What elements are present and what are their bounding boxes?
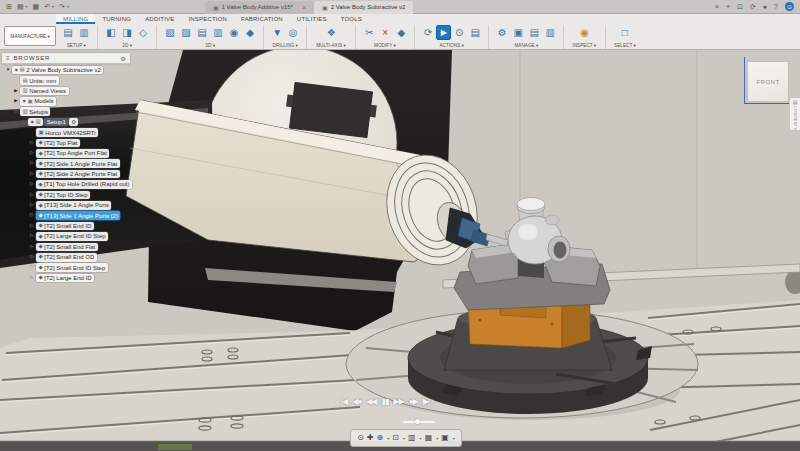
play-backward-button[interactable]: ◀◀ — [366, 398, 376, 406]
zoom-icon[interactable]: ⊕ — [377, 434, 384, 442]
comments-tab[interactable]: ▤ COMMENTS — [789, 97, 800, 131]
visibility-eye-icon[interactable]: ◉ — [23, 99, 27, 103]
pocket-clearing-icon[interactable]: ▨ — [178, 25, 194, 40]
tab-inspection[interactable]: INSPECTION — [181, 14, 234, 24]
expand-arrow[interactable]: ▶ — [29, 141, 35, 146]
expand-arrow[interactable]: ▶ — [29, 203, 35, 208]
notifications-icon[interactable]: ● — [763, 3, 767, 10]
save-icon[interactable]: ▦ — [33, 3, 40, 10]
viewcube[interactable]: FRONT — [747, 61, 789, 102]
tab-tools[interactable]: TOOLS — [334, 14, 369, 24]
group-label[interactable]: 3D ▾ — [205, 43, 215, 48]
delete-toolpath-icon[interactable]: × — [377, 25, 393, 40]
tree-item[interactable]: ◆[T2] Side 2 Angle Ports Flat — [36, 170, 120, 179]
edit-tool-icon[interactable]: ◆ — [393, 25, 409, 40]
probe-icon[interactable]: ◉ — [577, 25, 593, 40]
application-menu-icon[interactable]: ⊞ — [6, 3, 12, 10]
simulation-scrubber[interactable] — [403, 421, 435, 423]
browser-row-16[interactable]: ▷◆[T2] Large End ID Step — [29, 231, 132, 241]
tree-item[interactable]: ◆[T13] Side 1 Angle Ports — [36, 201, 111, 210]
browser-row-14[interactable]: ▶◆[T13] Side 1 Angle Ports (2) — [29, 210, 132, 220]
browser-row-19[interactable]: ▷◆[T2] Small End ID Step — [29, 262, 132, 272]
post-library-icon[interactable]: ▤ — [526, 25, 542, 40]
drill-icon[interactable]: ▼ — [269, 25, 285, 40]
expand-arrow[interactable]: ▷ — [29, 255, 35, 260]
setup-sheet-icon[interactable]: ▤ — [467, 25, 483, 40]
expand-arrow[interactable]: ▶ — [13, 89, 19, 94]
extensions-icon[interactable]: ⊡ — [737, 3, 743, 10]
new-tab-button[interactable]: + — [726, 3, 730, 10]
fit-icon-caret[interactable]: ▾ — [403, 436, 405, 441]
workspace-switcher[interactable]: MANUFACTURE ▾ — [4, 26, 56, 46]
previous-operation-button[interactable]: ◀● — [352, 398, 361, 406]
tab-utilities[interactable]: UTILITIES — [290, 14, 334, 24]
selected-operation[interactable]: ◆[T13] Side 1 Angle Ports (2) — [36, 211, 120, 220]
tree-item[interactable]: ▥Setups — [20, 107, 50, 116]
group-label[interactable]: DRILLING ▾ — [273, 43, 298, 48]
2d-pocket-icon[interactable]: ◨ — [119, 25, 135, 40]
group-label[interactable]: ACTIONS ▾ — [440, 43, 464, 48]
browser-row-15[interactable]: ▶◆[T2] Small End ID — [29, 221, 132, 231]
document-tab-1[interactable]: ▣1 Valve Body Additive v15*× — [205, 1, 314, 14]
scallop-icon[interactable]: ◉ — [226, 25, 242, 40]
browser-row-2[interactable]: ▶▥Named Views — [13, 86, 132, 96]
new-folder-icon[interactable]: ▥ — [76, 25, 92, 40]
close-tab-icon[interactable]: × — [302, 4, 306, 11]
undo-icon-caret[interactable]: ▾ — [52, 4, 54, 9]
steep-and-shallow-icon[interactable]: ▤ — [194, 25, 210, 40]
tree-item[interactable]: ◆[T2] Top ID Step — [36, 191, 90, 200]
tree-item[interactable]: ▤Units: mm — [20, 76, 59, 85]
job-status-icon[interactable]: ⟳ — [750, 3, 756, 10]
fit-icon[interactable]: ⊡ — [392, 434, 399, 442]
profile-avatar[interactable]: ☺ — [785, 2, 794, 11]
zoom-icon-caret[interactable]: ▾ — [387, 436, 389, 441]
trim-icon[interactable]: ✂ — [361, 25, 377, 40]
help-icon[interactable]: ? — [774, 3, 778, 10]
grid-snaps-icon[interactable]: ▦ — [425, 434, 433, 442]
group-label[interactable]: SELECT ▾ — [614, 43, 636, 48]
play-forward-button[interactable]: ▶▶ — [393, 398, 403, 406]
tab-milling[interactable]: MILLING — [56, 14, 95, 24]
close-tab-icon[interactable]: × — [715, 3, 719, 10]
browser-row-6[interactable]: ▣Hurco VMX42SRTi — [29, 127, 132, 137]
browser-row-20[interactable]: ▷◆[T2] Large End ID — [29, 273, 132, 283]
browser-row-10[interactable]: ▶◆[T2] Side 2 Angle Ports Flat — [29, 169, 132, 179]
tool-library-icon[interactable]: ⚙ — [494, 25, 510, 40]
generate-toolpath-icon[interactable]: ⟳ — [420, 25, 436, 40]
expand-arrow[interactable]: ▶ — [29, 193, 35, 198]
tree-item[interactable]: ◆[T2] Small End ID Step — [36, 263, 108, 272]
browser-row-12[interactable]: ▶◆[T2] Top ID Step — [29, 190, 132, 200]
expand-arrow[interactable]: ▶ — [29, 182, 35, 187]
swarf-icon[interactable]: ❖ — [323, 25, 339, 40]
visibility-eye-icon[interactable]: ◉ — [31, 120, 35, 124]
viewports-icon-caret[interactable]: ▾ — [453, 436, 455, 441]
parallel-icon[interactable]: ▥ — [210, 25, 226, 40]
tab-turning[interactable]: TURNING — [95, 14, 138, 24]
tree-item[interactable]: ◆[T2] Small End OD — [36, 253, 97, 262]
tree-item[interactable]: ◆[T2] Small End Flat — [36, 243, 98, 252]
browser-row-4[interactable]: ▼▥Setups — [13, 107, 132, 117]
go-to-end-button[interactable]: ▶| — [423, 398, 429, 406]
expand-arrow[interactable]: ▶ — [29, 161, 35, 166]
document-tab-2[interactable]: ▣2 Valve Body Subtractive v2 — [314, 1, 413, 14]
group-label[interactable]: INSPECT ▾ — [573, 43, 597, 48]
tree-item[interactable]: ◉▣Models — [20, 97, 56, 106]
browser-filter-icon[interactable]: ⚙ — [121, 55, 126, 62]
adaptive-clearing-icon[interactable]: ▧ — [162, 25, 178, 40]
tree-item[interactable]: ◉▥ — [28, 118, 43, 127]
tree-item[interactable]: ▥Named Views — [20, 87, 69, 96]
scrubber-handle[interactable] — [415, 419, 420, 424]
tree-item[interactable]: ◆[T2] Small End ID — [36, 222, 94, 231]
browser-row-9[interactable]: ▶◆[T2] Side 1 Angle Ports Flat — [29, 159, 132, 169]
expand-arrow[interactable]: ▶ — [29, 172, 35, 177]
expand-arrow[interactable]: ▷ — [29, 234, 35, 239]
group-label[interactable]: MODIFY ▾ — [374, 43, 396, 48]
browser-row-7[interactable]: ▶◆[T2] Top Flat — [29, 138, 132, 148]
expand-arrow[interactable]: ▼ — [5, 68, 11, 73]
file-menu-icon-caret[interactable]: ▾ — [26, 4, 28, 9]
tree-item[interactable]: ◆[T2] Side 1 Angle Ports Flat — [36, 159, 120, 168]
browser-row-18[interactable]: ▷◆[T2] Small End OD — [29, 252, 132, 262]
pan-icon[interactable]: ✚ — [367, 434, 374, 442]
browser-row-17[interactable]: ▷◆[T2] Small End Flat — [29, 242, 132, 252]
expand-arrow[interactable]: ▷ — [29, 276, 35, 281]
